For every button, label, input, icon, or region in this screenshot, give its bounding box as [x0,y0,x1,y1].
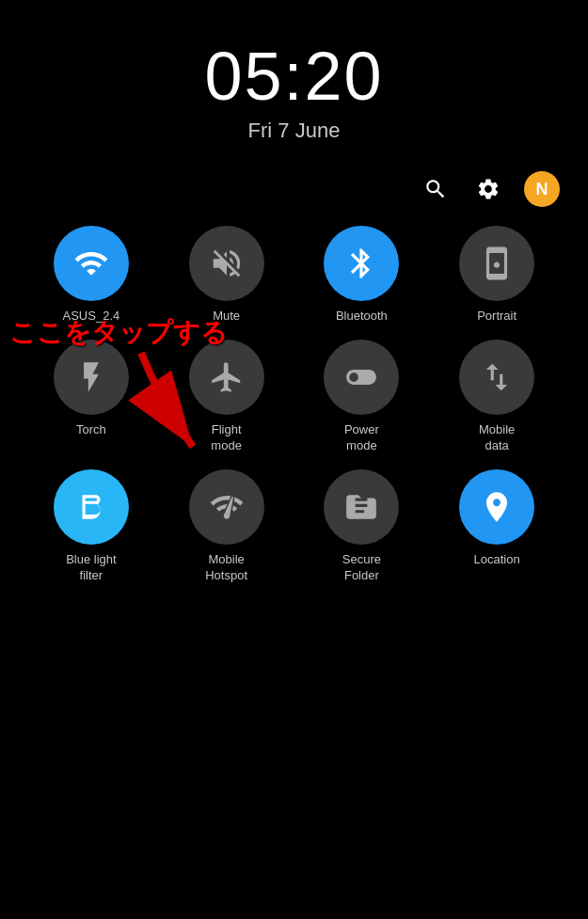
mobile-data-icon-circle [459,340,534,415]
mobile-data-icon [479,359,515,395]
bluetooth-icon-circle [324,226,399,301]
quick-tiles-grid: ASUS_2.4 Mute Bluetooth Portrait [0,216,588,593]
blue-light-icon-circle [54,469,129,545]
flight-mode-icon [209,359,245,395]
location-label: Location [474,552,520,568]
bluetooth-label: Bluetooth [336,309,388,325]
tile-flight-mode[interactable]: Flight mode [164,340,290,454]
tile-mobile-data[interactable]: Mobile data [434,340,560,454]
tile-blue-light-filter[interactable]: Blue light filter [28,469,154,584]
power-mode-icon-circle [324,340,399,415]
torch-label: Torch [76,422,106,438]
mute-icon-circle [189,226,264,301]
mobile-hotspot-icon-circle [189,469,264,545]
location-icon-circle [459,469,534,545]
mobile-hotspot-icon [209,489,245,525]
blue-light-label: Blue light filter [66,552,116,584]
secure-folder-icon-circle [324,469,399,545]
clock-date: Fri 7 June [0,119,588,143]
power-mode-label: Power mode [344,422,379,454]
secure-folder-icon [343,489,379,525]
bluetooth-icon [343,246,379,281]
clock-area: 05:20 Fri 7 June [0,0,588,143]
portrait-icon [479,246,515,281]
flight-mode-icon-circle [189,340,264,415]
secure-folder-label: Secure Folder [342,552,381,584]
user-avatar[interactable]: N [524,171,560,207]
torch-icon [73,359,109,395]
location-icon [479,489,515,525]
tile-power-mode[interactable]: Power mode [299,340,425,454]
tile-torch[interactable]: Torch [28,340,154,454]
mobile-data-label: Mobile data [479,422,515,454]
tile-mute[interactable]: Mute [164,226,290,325]
tile-wifi[interactable]: ASUS_2.4 [28,226,154,325]
tile-mobile-hotspot[interactable]: Mobile Hotspot [164,469,290,584]
wifi-label: ASUS_2.4 [63,309,120,325]
tile-portrait[interactable]: Portrait [434,226,560,325]
mute-icon [209,246,245,281]
top-icons-row: N [0,143,588,216]
portrait-label: Portrait [477,309,516,325]
torch-icon-circle [54,340,129,415]
portrait-icon-circle [459,226,534,301]
blue-light-filter-icon [73,489,109,525]
clock-time: 05:20 [0,38,588,115]
mute-label: Mute [213,309,240,325]
mobile-hotspot-label: Mobile Hotspot [205,552,247,584]
flight-mode-label: Flight mode [211,422,242,454]
tile-bluetooth[interactable]: Bluetooth [299,226,425,325]
tile-secure-folder[interactable]: Secure Folder [299,469,425,584]
wifi-icon-circle [54,226,129,301]
power-mode-icon [343,359,379,395]
search-icon [423,177,448,201]
tile-location[interactable]: Location [434,469,560,584]
settings-button[interactable] [471,172,505,206]
search-button[interactable] [419,172,453,206]
gear-icon [476,177,501,201]
wifi-icon [73,246,109,281]
